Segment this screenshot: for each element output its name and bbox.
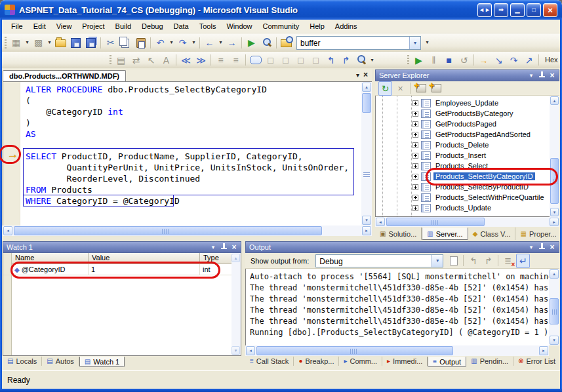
numbered-list-icon[interactable]: ≡: [229, 53, 243, 68]
tree-item[interactable]: Products_Delete: [376, 140, 559, 150]
expand-icon[interactable]: [412, 111, 418, 117]
refresh-icon[interactable]: ↻: [378, 81, 392, 96]
expand-icon[interactable]: [412, 163, 418, 169]
scroll-left-icon[interactable]: ◂: [376, 218, 385, 226]
pin-icon[interactable]: [536, 243, 547, 252]
scroll-down-icon[interactable]: ▾: [362, 216, 371, 225]
open-file-icon[interactable]: [54, 35, 68, 50]
watch-grid[interactable]: Name Value Type ◆@CategoryID 1 int: [3, 253, 241, 356]
expand-icon[interactable]: [412, 184, 418, 190]
member-list-icon[interactable]: □: [264, 53, 277, 68]
cut-icon[interactable]: ✂: [104, 35, 117, 50]
pointer-icon[interactable]: ↖: [144, 53, 158, 68]
scroll-up-icon[interactable]: ▴: [550, 96, 559, 105]
scroll-down-icon[interactable]: ▾: [231, 346, 240, 355]
panel-tab[interactable]: ▸ Comm...: [339, 357, 382, 366]
clear-all-icon[interactable]: [501, 254, 515, 268]
separator[interactable]: [538, 54, 539, 66]
find-icon[interactable]: [260, 35, 273, 50]
add-new-item-icon[interactable]: ▩: [31, 35, 45, 50]
continue-icon[interactable]: ▶: [412, 53, 426, 68]
panel-tab[interactable]: ▦ Proper...: [515, 227, 561, 240]
output-source-value[interactable]: Debug: [316, 255, 432, 267]
panel-tab[interactable]: ▸ Immedi...: [382, 357, 428, 366]
dropdown-caret-icon[interactable]: ▾: [169, 35, 174, 50]
new-website-icon[interactable]: ▦: [9, 35, 23, 50]
word-completion-icon[interactable]: □: [309, 53, 323, 68]
expand-icon[interactable]: [412, 195, 418, 201]
menu-item[interactable]: File: [6, 20, 28, 32]
separator[interactable]: [276, 37, 277, 49]
step-out-icon[interactable]: ↗: [522, 53, 536, 68]
scrollbar-thumb[interactable]: [550, 158, 559, 204]
tree-item[interactable]: Products_Update: [376, 203, 559, 213]
output-horizontal-scrollbar[interactable]: ◂ ▸: [245, 345, 549, 356]
maximize-button[interactable]: □: [527, 3, 541, 17]
output-title-bar[interactable]: Output ▾ ×: [245, 241, 559, 253]
copy-icon[interactable]: [119, 35, 132, 50]
menu-item[interactable]: Window: [221, 20, 257, 32]
menu-item[interactable]: View: [51, 20, 77, 32]
close-icon[interactable]: ×: [363, 70, 368, 79]
pin-icon[interactable]: [536, 71, 547, 80]
panel-tab[interactable]: ▥ Server...: [422, 227, 468, 240]
word-wrap-icon[interactable]: ↵: [516, 254, 530, 268]
font-style-icon[interactable]: A: [159, 53, 173, 68]
editor-horizontal-scrollbar[interactable]: ◂ ▸: [3, 225, 372, 236]
output-vertical-scrollbar[interactable]: ▴ ▾: [549, 269, 559, 345]
close-icon[interactable]: ×: [547, 71, 557, 80]
redo-icon[interactable]: ↷: [176, 35, 190, 50]
tree-item[interactable]: Products_Select: [376, 161, 559, 171]
page-link-icon[interactable]: ⇄: [129, 53, 143, 68]
panel-tab[interactable]: ≡ Output: [428, 357, 466, 367]
scroll-left-icon[interactable]: ◂: [3, 226, 12, 235]
navigate-backward-icon[interactable]: ←: [203, 35, 216, 50]
previous-message-icon[interactable]: ↰: [466, 254, 480, 268]
pin-icon[interactable]: [218, 243, 229, 252]
restart-icon[interactable]: ↺: [457, 53, 471, 68]
watch-value[interactable]: 1: [89, 264, 200, 275]
tree-item[interactable]: Employees_Update: [376, 98, 559, 108]
column-header-value[interactable]: Value: [89, 253, 200, 264]
menu-item[interactable]: Build: [110, 20, 136, 32]
panel-tab[interactable]: ⊗ Error List: [513, 357, 561, 366]
decrease-indent-icon[interactable]: ≪: [179, 53, 193, 68]
panel-tab[interactable]: ▤ Autos: [42, 357, 79, 366]
stop-icon[interactable]: ■: [442, 53, 456, 68]
tree-item[interactable]: GetProductsByCategory: [376, 108, 559, 119]
window-menu-icon[interactable]: ▾: [526, 71, 536, 80]
watch-vertical-scrollbar[interactable]: ▴ ▾: [231, 253, 241, 355]
scroll-left-icon[interactable]: ◂: [246, 346, 255, 355]
increase-indent-icon[interactable]: ≫: [194, 53, 208, 68]
separator[interactable]: [100, 37, 101, 49]
hex-button[interactable]: Hex: [542, 53, 561, 68]
watch-row[interactable]: ◆@CategoryID 1 int: [3, 264, 241, 275]
navigate-forward-icon[interactable]: →: [225, 35, 239, 50]
separator[interactable]: [199, 37, 200, 49]
scrollbar-thumb[interactable]: [550, 298, 559, 324]
panel-tab[interactable]: ▤ Watch 1: [79, 357, 125, 367]
separator[interactable]: [410, 83, 411, 94]
menu-item[interactable]: Tools: [194, 20, 222, 32]
menu-item[interactable]: Community: [258, 20, 305, 32]
scroll-down-icon[interactable]: ▾: [550, 208, 559, 216]
next-message-icon[interactable]: ↱: [481, 254, 495, 268]
combobox-dropdown-icon[interactable]: ▾: [432, 255, 443, 267]
scroll-right-icon[interactable]: ▸: [362, 226, 371, 235]
server-explorer-tree[interactable]: Employees_Update GetProductsByCategory G…: [375, 96, 559, 217]
close-button[interactable]: ×: [543, 3, 557, 17]
scroll-up-icon[interactable]: ▴: [362, 83, 371, 92]
scroll-up-icon[interactable]: ▴: [231, 254, 240, 262]
separator[interactable]: [245, 54, 246, 66]
output-text[interactable]: Auto-attach to process '[5564] [SQL] mon…: [245, 269, 549, 345]
find-in-files-icon[interactable]: [279, 35, 293, 50]
scrollbar-thumb[interactable]: [256, 346, 453, 355]
step-over-icon[interactable]: ↷: [507, 53, 521, 68]
output-source-combobox[interactable]: Debug ▾: [315, 254, 443, 267]
dropdown-caret-icon[interactable]: ▾: [24, 35, 30, 50]
watch-title-bar[interactable]: Watch 1 ▾ ×: [3, 241, 241, 253]
separator[interactable]: [498, 255, 498, 266]
save-all-icon[interactable]: [84, 35, 98, 50]
menu-item[interactable]: Project: [77, 20, 110, 32]
window-menu-icon[interactable]: ▾: [526, 243, 536, 252]
